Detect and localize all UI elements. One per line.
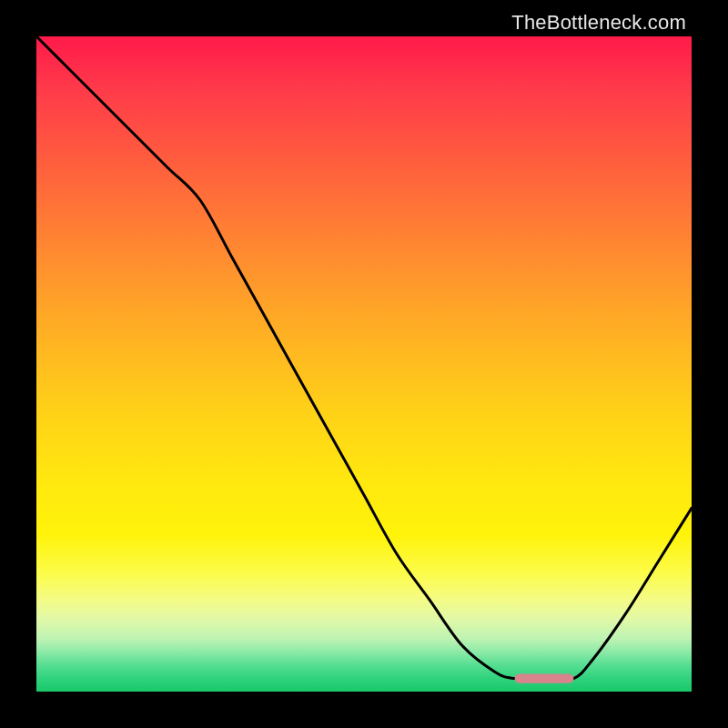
chart-svg: [36, 36, 692, 692]
chart-frame: TheBottleneck.com: [0, 0, 728, 728]
optimal-range-marker: [515, 674, 574, 683]
gradient-plot-area: [36, 36, 692, 692]
bottleneck-curve: [36, 36, 692, 680]
watermark-text: TheBottleneck.com: [511, 11, 686, 35]
